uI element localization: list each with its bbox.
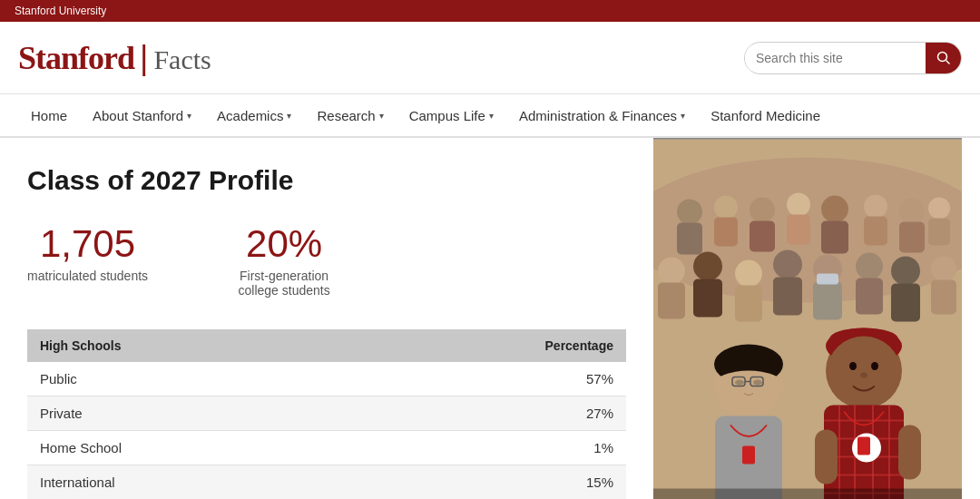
search-box[interactable]	[744, 42, 962, 74]
stat-label-first-gen: First-generation college students	[220, 269, 348, 298]
svg-point-12	[821, 196, 848, 223]
high-schools-table: High Schools Percentage Public57%Private…	[27, 329, 626, 499]
chevron-down-icon: ▾	[489, 111, 494, 121]
table-row: Private27%	[27, 396, 626, 431]
table-cell-school-type: International	[27, 465, 347, 499]
stat-number-first-gen: 20%	[220, 223, 348, 265]
nav-item-stanford-medicine[interactable]: Stanford Medicine	[698, 94, 833, 136]
logo-stanford: Stanford	[18, 39, 134, 77]
nav-link-stanford-medicine[interactable]: Stanford Medicine	[698, 94, 833, 136]
svg-rect-25	[735, 286, 762, 322]
chevron-down-icon: ▾	[187, 111, 191, 121]
svg-point-35	[931, 257, 956, 282]
svg-point-14	[864, 195, 887, 219]
table-cell-school-type: Home School	[27, 431, 347, 465]
svg-rect-66	[898, 426, 921, 480]
search-input[interactable]	[745, 45, 926, 71]
nav-link-about[interactable]: About Stanford ▾	[80, 94, 204, 136]
svg-point-16	[899, 199, 925, 224]
svg-point-20	[658, 258, 685, 285]
nav-item-about[interactable]: About Stanford ▾	[80, 94, 204, 136]
logo-facts: Facts	[153, 44, 211, 75]
nav-link-research[interactable]: Research ▾	[304, 94, 396, 136]
table-cell-percentage: 27%	[347, 396, 626, 431]
svg-rect-17	[899, 222, 925, 253]
table-row: Public57%	[27, 362, 626, 396]
svg-point-8	[750, 198, 775, 223]
table-row: International15%	[27, 465, 626, 499]
svg-rect-27	[773, 278, 802, 316]
svg-rect-13	[821, 221, 848, 254]
stat-matriculated: 1,705 matriculated students	[27, 223, 148, 298]
svg-rect-19	[928, 219, 950, 246]
svg-point-18	[928, 198, 950, 220]
nav-item-home[interactable]: Home	[18, 94, 80, 136]
nav-link-campus-life[interactable]: Campus Life ▾	[397, 94, 506, 136]
svg-point-50	[828, 337, 900, 406]
svg-rect-34	[891, 284, 920, 322]
nav-item-admin-finances[interactable]: Administration & Finances ▾	[506, 94, 698, 136]
svg-rect-32	[856, 279, 883, 315]
svg-rect-46	[742, 446, 755, 465]
header: Stanford | Facts	[0, 22, 980, 94]
svg-point-22	[693, 252, 722, 281]
class-photo: I ♥ Frosh 🔵 公众号：懿晟留学	[653, 138, 962, 499]
svg-rect-7	[714, 218, 738, 247]
svg-rect-71	[653, 489, 962, 500]
svg-line-1	[946, 60, 949, 64]
svg-rect-9	[750, 221, 775, 252]
search-button[interactable]	[926, 42, 961, 74]
top-bar: Stanford University	[0, 0, 980, 22]
main-content: Class of 2027 Profile 1,705 matriculated…	[0, 138, 980, 499]
svg-point-53	[860, 373, 867, 378]
svg-point-0	[937, 52, 946, 61]
svg-point-6	[714, 196, 738, 220]
svg-rect-29	[813, 282, 842, 320]
stat-first-gen: 20% First-generation college students	[220, 223, 348, 298]
svg-point-41	[753, 380, 762, 386]
svg-rect-5	[677, 223, 702, 255]
main-nav: Home About Stanford ▾ Academics ▾ Resear…	[0, 94, 980, 138]
svg-point-33	[891, 257, 920, 286]
svg-rect-36	[931, 280, 956, 315]
svg-point-26	[773, 250, 802, 279]
university-name: Stanford University	[15, 5, 106, 17]
logo[interactable]: Stanford | Facts	[18, 39, 211, 77]
table-cell-school-type: Private	[27, 396, 347, 431]
table-cell-percentage: 1%	[347, 431, 626, 465]
table-row: Home School1%	[27, 431, 626, 465]
svg-point-24	[735, 260, 762, 288]
chevron-down-icon: ▾	[287, 111, 291, 121]
content-area: Class of 2027 Profile 1,705 matriculated…	[0, 138, 653, 499]
page-title: Class of 2027 Profile	[27, 165, 626, 196]
table-header-percentage: Percentage	[347, 329, 626, 362]
svg-point-4	[677, 200, 702, 225]
svg-rect-11	[787, 215, 810, 245]
svg-rect-21	[658, 283, 685, 319]
svg-rect-30	[817, 274, 838, 285]
nav-list: Home About Stanford ▾ Academics ▾ Resear…	[18, 94, 833, 136]
svg-point-39	[714, 371, 783, 398]
svg-rect-15	[864, 217, 887, 246]
table-cell-school-type: Public	[27, 362, 347, 396]
chevron-down-icon: ▾	[681, 111, 685, 121]
table-header-high-schools: High Schools	[27, 329, 347, 362]
table-header-row: High Schools Percentage	[27, 329, 626, 362]
svg-point-51	[849, 362, 857, 370]
nav-item-academics[interactable]: Academics ▾	[204, 94, 304, 136]
svg-point-52	[871, 362, 878, 370]
nav-link-academics[interactable]: Academics ▾	[204, 94, 304, 136]
stats-row: 1,705 matriculated students 20% First-ge…	[27, 223, 626, 298]
table-cell-percentage: 57%	[347, 362, 626, 396]
svg-rect-70	[858, 437, 870, 455]
svg-point-10	[787, 193, 810, 217]
nav-link-home[interactable]: Home	[18, 94, 80, 136]
nav-item-campus-life[interactable]: Campus Life ▾	[397, 94, 506, 136]
stat-number-matriculated: 1,705	[27, 223, 148, 265]
stat-label-matriculated: matriculated students	[27, 269, 148, 283]
nav-item-research[interactable]: Research ▾	[304, 94, 396, 136]
svg-rect-65	[815, 430, 838, 484]
search-icon	[936, 51, 951, 65]
nav-link-admin-finances[interactable]: Administration & Finances ▾	[506, 94, 698, 136]
svg-point-31	[856, 253, 883, 280]
